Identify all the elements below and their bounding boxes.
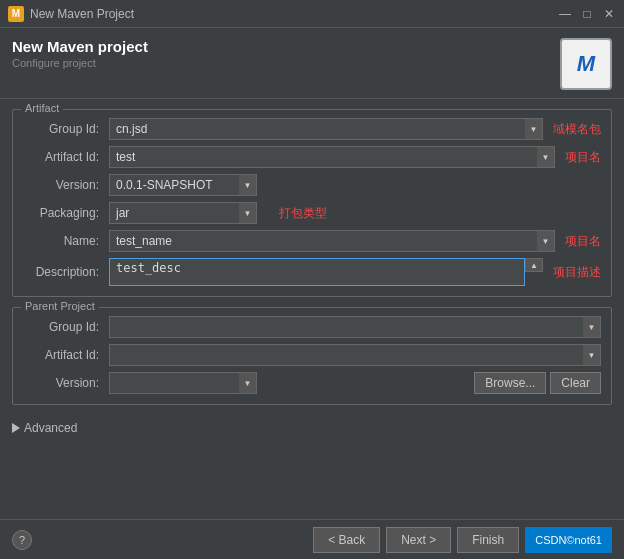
group-id-label: Group Id: [23, 122, 103, 136]
packaging-input[interactable] [109, 202, 239, 224]
parent-artifact-id-label: Artifact Id: [23, 348, 103, 362]
name-annotation: 项目名 [565, 233, 601, 250]
name-dropdown-arrow[interactable]: ▼ [537, 230, 555, 252]
app-icon: M [8, 6, 24, 22]
footer-left: ? [12, 530, 32, 550]
parent-version-field: ▼ Browse... Clear [109, 372, 601, 394]
minimize-button[interactable]: — [558, 7, 572, 21]
description-row: Description: ▲ 项目描述 [23, 258, 601, 286]
artifact-id-dropdown-arrow[interactable]: ▼ [537, 146, 555, 168]
version-label: Version: [23, 178, 103, 192]
description-combo: ▲ [109, 258, 543, 286]
version-row: Version: ▼ [23, 174, 601, 196]
dialog-subtitle: Configure project [12, 57, 148, 69]
description-input[interactable] [109, 258, 525, 286]
back-button[interactable]: < Back [313, 527, 380, 553]
parent-artifact-id-field: ▼ [109, 344, 601, 366]
name-combo: ▼ [109, 230, 555, 252]
artifact-id-label: Artifact Id: [23, 150, 103, 164]
footer-right: < Back Next > Finish CSDN©not61 [313, 527, 612, 553]
parent-group-id-label: Group Id: [23, 320, 103, 334]
packaging-annotation: 打包类型 [279, 205, 327, 222]
packaging-combo: ▼ [109, 202, 269, 224]
packaging-field: ▼ 打包类型 [109, 202, 601, 224]
dialog: New Maven project Configure project M Ar… [0, 28, 624, 559]
parent-group-id-dropdown-arrow[interactable]: ▼ [583, 316, 601, 338]
parent-version-combo: ▼ [109, 372, 269, 394]
browse-button[interactable]: Browse... [474, 372, 546, 394]
name-row: Name: ▼ 项目名 [23, 230, 601, 252]
artifact-section: Artifact Group Id: ▼ 域模名包 Artifact Id: [12, 109, 612, 297]
parent-group-id-row: Group Id: ▼ [23, 316, 601, 338]
dialog-title: New Maven project [12, 38, 148, 55]
next-button[interactable]: Next > [386, 527, 451, 553]
artifact-id-field: ▼ 项目名 [109, 146, 601, 168]
packaging-label: Packaging: [23, 206, 103, 220]
description-annotation: 项目描述 [553, 264, 601, 281]
parent-group-id-input[interactable] [109, 316, 583, 338]
artifact-id-combo: ▼ [109, 146, 555, 168]
header-text: New Maven project Configure project [12, 38, 148, 69]
packaging-dropdown-arrow[interactable]: ▼ [239, 202, 257, 224]
dialog-body: Artifact Group Id: ▼ 域模名包 Artifact Id: [0, 99, 624, 519]
close-button[interactable]: ✕ [602, 7, 616, 21]
group-id-annotation: 域模名包 [553, 121, 601, 138]
parent-version-dropdown-arrow[interactable]: ▼ [239, 372, 257, 394]
maven-logo: M [560, 38, 612, 90]
name-label: Name: [23, 234, 103, 248]
parent-artifact-id-dropdown-arrow[interactable]: ▼ [583, 344, 601, 366]
group-id-dropdown-arrow[interactable]: ▼ [525, 118, 543, 140]
packaging-row: Packaging: ▼ 打包类型 [23, 202, 601, 224]
maximize-button[interactable]: □ [580, 7, 594, 21]
finish-button[interactable]: Finish [457, 527, 519, 553]
clear-button[interactable]: Clear [550, 372, 601, 394]
advanced-triangle-icon [12, 423, 20, 433]
advanced-row[interactable]: Advanced [12, 415, 612, 435]
title-bar-controls: — □ ✕ [558, 7, 616, 21]
parent-group-id-field: ▼ [109, 316, 601, 338]
parent-artifact-id-combo: ▼ [109, 344, 601, 366]
title-bar-left: M New Maven Project [8, 6, 134, 22]
name-input[interactable] [109, 230, 537, 252]
artifact-section-label: Artifact [21, 102, 63, 114]
artifact-id-input[interactable] [109, 146, 537, 168]
parent-artifact-id-input[interactable] [109, 344, 583, 366]
version-combo: ▼ [109, 174, 269, 196]
advanced-label[interactable]: Advanced [24, 421, 77, 435]
group-id-input[interactable] [109, 118, 525, 140]
brand-button[interactable]: CSDN©not61 [525, 527, 612, 553]
help-button[interactable]: ? [12, 530, 32, 550]
title-bar: M New Maven Project — □ ✕ [0, 0, 624, 28]
description-field: ▲ 项目描述 [109, 258, 601, 286]
group-id-row: Group Id: ▼ 域模名包 [23, 118, 601, 140]
group-id-field: ▼ 域模名包 [109, 118, 601, 140]
group-id-combo: ▼ [109, 118, 543, 140]
version-input[interactable] [109, 174, 239, 196]
version-dropdown-arrow[interactable]: ▼ [239, 174, 257, 196]
artifact-id-row: Artifact Id: ▼ 项目名 [23, 146, 601, 168]
dialog-footer: ? < Back Next > Finish CSDN©not61 [0, 519, 624, 559]
parent-artifact-id-row: Artifact Id: ▼ [23, 344, 601, 366]
name-field: ▼ 项目名 [109, 230, 601, 252]
version-field: ▼ [109, 174, 601, 196]
dialog-header: New Maven project Configure project M [0, 28, 624, 99]
description-label: Description: [23, 265, 103, 279]
parent-project-section-label: Parent Project [21, 300, 99, 312]
parent-group-id-combo: ▼ [109, 316, 601, 338]
artifact-id-annotation: 项目名 [565, 149, 601, 166]
description-scroll-up[interactable]: ▲ [525, 258, 543, 272]
parent-project-section: Parent Project Group Id: ▼ Artifact Id: [12, 307, 612, 405]
parent-version-label: Version: [23, 376, 103, 390]
parent-version-row: Version: ▼ Browse... Clear [23, 372, 601, 394]
title-bar-title: New Maven Project [30, 7, 134, 21]
parent-version-input[interactable] [109, 372, 239, 394]
